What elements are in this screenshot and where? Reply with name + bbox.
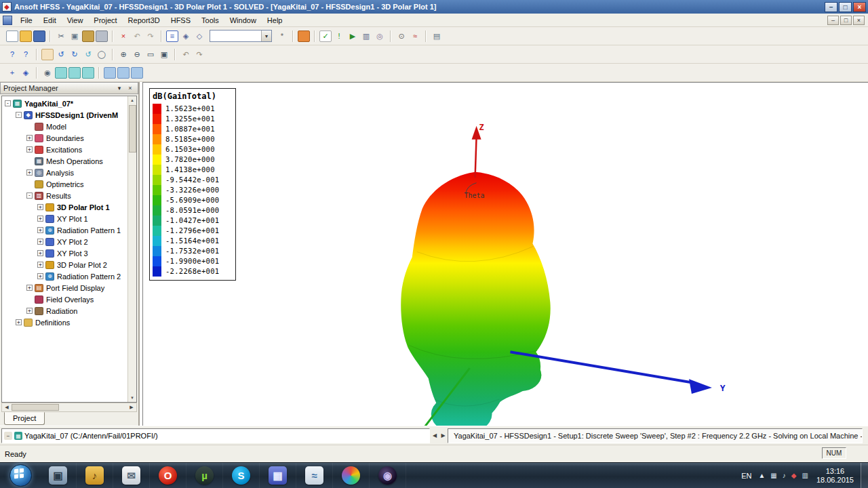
validate-icon[interactable]: ✓ — [319, 30, 332, 42]
previous-view-icon[interactable]: ↶ — [180, 49, 192, 60]
tree-item-3d-polar-plot-1[interactable]: + 3D Polar Plot 1 — [2, 201, 136, 213]
tree-item-design[interactable]: - ◆ HFSSDesign1 (DrivenM — [2, 109, 136, 121]
tree-item-3d-polar-plot-2[interactable]: + 3D Polar Plot 2 — [2, 259, 136, 270]
undo-icon[interactable]: ↶ — [131, 30, 143, 42]
tree-expander-icon[interactable]: + — [37, 273, 43, 279]
orient-iso-icon[interactable] — [104, 67, 116, 79]
tree-item-optimetrics[interactable]: Optimetrics — [2, 178, 136, 190]
select-mode-icon[interactable]: ≡ — [166, 30, 178, 42]
start-button[interactable] — [9, 464, 32, 487]
plot-viewport[interactable]: dB(GainTotal) 1.5623e+001 1.3255e+001 1.… — [142, 82, 868, 426]
scroll-up-icon[interactable]: ▲ — [130, 96, 134, 104]
tree-item-model[interactable]: Model — [2, 121, 136, 132]
tree-item-xy-plot-3[interactable]: + XY Plot 3 — [2, 247, 136, 259]
taskbar-app-volume[interactable]: ♪ — [77, 463, 113, 488]
taskbar-app-paint[interactable] — [333, 463, 370, 488]
taskbar-clock[interactable]: 13:16 18.06.2015 — [816, 467, 854, 485]
menu-item[interactable]: HFSS — [165, 14, 196, 26]
optimetrics-icon[interactable]: ◎ — [374, 30, 386, 42]
rotate-model-icon[interactable]: ↺ — [55, 49, 67, 60]
tree-expander-icon[interactable]: + — [37, 250, 43, 256]
rotate-view-icon[interactable]: ↻ — [68, 49, 81, 60]
tree-item-xy-plot-1[interactable]: + XY Plot 1 — [2, 213, 136, 224]
menu-item[interactable]: Tools — [196, 14, 224, 26]
show-desktop-button[interactable] — [861, 463, 868, 488]
zoom-out-icon[interactable]: ⊖ — [131, 49, 143, 60]
new-file-icon[interactable] — [6, 30, 18, 42]
solve-setup-icon[interactable]: ▶ — [347, 30, 359, 42]
next-view-icon[interactable]: ↷ — [193, 49, 205, 60]
taskbar-app-camera[interactable]: ◉ — [370, 463, 406, 488]
tree-item-results[interactable]: - ▥ Results — [2, 190, 136, 201]
tree-item-excitations[interactable]: + Excitations — [2, 144, 136, 155]
taskbar-app-opera[interactable]: O — [150, 463, 186, 488]
maximize-button[interactable]: □ — [839, 2, 852, 12]
child-close-button[interactable]: × — [853, 16, 865, 25]
menu-item[interactable]: View — [62, 14, 89, 26]
cut-icon[interactable]: ✂ — [55, 30, 67, 42]
tree-expander-icon[interactable]: + — [26, 285, 33, 291]
menu-item[interactable]: Window — [224, 14, 262, 26]
boolean-icon[interactable]: ◈ — [180, 30, 192, 42]
scroll-left-icon[interactable]: ◀ — [2, 405, 12, 410]
pm-close-button[interactable]: × — [125, 84, 135, 93]
tray-alert-icon[interactable]: ◆ — [791, 472, 797, 479]
taskbar-app-utorrent[interactable]: µ — [186, 463, 223, 488]
tray-volume-icon[interactable]: ♪ — [783, 472, 786, 479]
view-side-icon[interactable] — [82, 67, 94, 79]
tree-expander-icon[interactable]: + — [37, 262, 43, 268]
tree-expander-icon[interactable]: + — [26, 146, 33, 152]
close-button[interactable]: × — [853, 2, 866, 12]
add-variable-icon[interactable]: * — [276, 30, 288, 42]
zoom-in-icon[interactable]: ⊕ — [117, 49, 130, 60]
tree-horizontal-scrollbar[interactable]: ◀ ▶ — [1, 403, 137, 412]
tree-item-xy-plot-2[interactable]: + XY Plot 2 — [2, 236, 136, 247]
taskbar-app-skype[interactable]: S — [223, 463, 260, 488]
view-top-icon[interactable] — [55, 67, 67, 79]
zoom-window-icon[interactable]: ▭ — [144, 49, 157, 60]
tree-expander-icon[interactable]: + — [37, 227, 43, 233]
plot-3d-canvas[interactable]: Z Theta Y — [143, 83, 868, 426]
paste-icon[interactable] — [82, 30, 94, 42]
toolbar-combobox[interactable]: ▼ — [210, 30, 272, 42]
combo-dropdown-icon[interactable]: ▼ — [261, 30, 271, 41]
context-help-icon[interactable]: ? — [20, 49, 32, 60]
menu-item[interactable]: Project — [88, 14, 122, 26]
tree-item-radiation-pattern-1[interactable]: + ⊕ Radiation Pattern 1 — [2, 224, 136, 236]
minimize-button[interactable]: – — [825, 2, 837, 12]
tray-network-icon[interactable]: ▥ — [802, 472, 808, 479]
scroll-thumb[interactable] — [12, 404, 59, 411]
rotate-axis-icon[interactable]: ↺ — [82, 49, 94, 60]
tree-item-mesh-operations[interactable]: ▦ Mesh Operations — [2, 155, 136, 167]
taskbar-app-waves[interactable]: ≈ — [296, 463, 333, 488]
global-cs-icon[interactable]: ◈ — [20, 67, 32, 79]
orient-xy-icon[interactable] — [117, 67, 130, 79]
tab-project[interactable]: Project — [4, 412, 45, 425]
tree-expander-icon[interactable]: + — [37, 216, 43, 222]
help-icon[interactable]: ? — [6, 49, 18, 60]
visibility-icon[interactable]: ◉ — [41, 67, 54, 79]
solution-data-icon[interactable]: ⊙ — [395, 30, 408, 42]
menu-item[interactable]: Report3D — [123, 14, 165, 26]
taskbar-app-mail[interactable]: ✉ — [113, 463, 150, 488]
project-path-box[interactable]: −▦ YagaKitai_07 (C:/Antenn/Fail/01PROFI/… — [1, 428, 430, 443]
coordinate-system-icon[interactable]: + — [6, 67, 18, 79]
taskbar-app-save[interactable]: ▦ — [260, 463, 296, 488]
tree-item-boundaries[interactable]: + Boundaries — [2, 132, 136, 144]
child-minimize-button[interactable]: – — [827, 16, 839, 25]
tree-expander-icon[interactable]: + — [26, 169, 33, 176]
tree-item-radiation-pattern-2[interactable]: + ⊕ Radiation Pattern 2 — [2, 270, 136, 282]
tree-expander-icon[interactable]: + — [16, 319, 22, 325]
align-icon[interactable]: ◇ — [193, 30, 205, 42]
dynamic-zoom-icon[interactable]: ◯ — [96, 49, 108, 60]
tray-expand-icon[interactable]: ▲ — [758, 472, 765, 479]
tree-item-field-overlays[interactable]: Field Overlays — [2, 293, 136, 305]
orient-yz-icon[interactable] — [131, 67, 143, 79]
report-icon[interactable]: ▤ — [431, 30, 443, 42]
message-scroll-arrows[interactable]: ◀ ▶ — [433, 432, 447, 439]
menu-item[interactable]: File — [15, 14, 38, 26]
menu-item[interactable]: Help — [262, 14, 288, 26]
open-file-icon[interactable] — [20, 30, 32, 42]
pm-dropdown-button[interactable]: ▾ — [115, 84, 124, 93]
tree-item-port-field-display[interactable]: + ▤ Port Field Display — [2, 282, 136, 293]
